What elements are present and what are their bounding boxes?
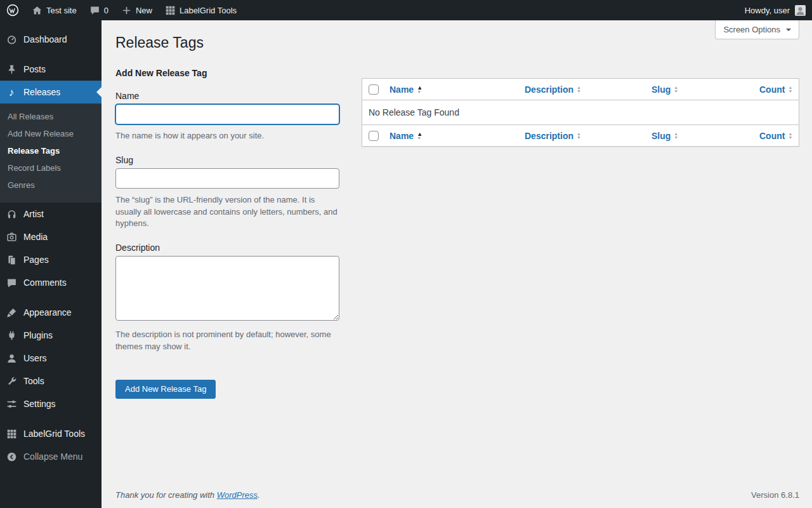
sidebar-item-label: Users	[23, 352, 47, 364]
add-tag-form: Add New Release Tag Name The name is how…	[115, 55, 339, 399]
sidebar-item-releases[interactable]: ♪ Releases	[0, 81, 102, 104]
name-label: Name	[115, 91, 339, 101]
sort-icon: ▲▼	[788, 86, 792, 93]
version-text: Version 6.8.1	[751, 490, 799, 500]
column-label: Description	[525, 84, 573, 95]
submenu-record-labels[interactable]: Record Labels	[0, 159, 102, 177]
comments-link[interactable]: 0	[83, 0, 115, 20]
footer-sort-name-header[interactable]: Name ▲▼	[390, 131, 422, 141]
main-content: Screen Options Release Tags Add New Rele…	[102, 0, 812, 508]
sidebar-item-appearance[interactable]: Appearance	[0, 301, 102, 324]
sidebar-item-label: Dashboard	[23, 34, 67, 45]
empty-message: No Release Tag Found	[362, 100, 799, 124]
release-tags-table: Name ▲▼ Description ▲▼	[362, 78, 799, 147]
sort-asc-icon: ▲▼	[417, 85, 422, 94]
sidebar-item-media[interactable]: Media	[0, 225, 102, 248]
user-icon	[5, 352, 18, 364]
sidebar-item-plugins[interactable]: Plugins	[0, 324, 102, 347]
screen-options-label: Screen Options	[723, 25, 780, 34]
select-all-checkbox[interactable]	[369, 84, 379, 95]
account-menu[interactable]: Howdy, user	[738, 0, 812, 20]
sort-asc-icon: ▲▼	[417, 131, 422, 140]
sidebar-item-comments[interactable]: Comments	[0, 271, 102, 294]
submenu-add-new-release[interactable]: Add New Release	[0, 125, 102, 142]
sort-slug-header[interactable]: Slug ▲▼	[652, 84, 678, 95]
sidebar-item-label: Artist	[23, 208, 44, 220]
footer-sort-slug-header[interactable]: Slug ▲▼	[652, 131, 678, 141]
comments-icon	[5, 276, 18, 289]
sidebar-item-users[interactable]: Users	[0, 347, 102, 370]
chevron-down-icon	[786, 29, 791, 34]
submenu-all-releases[interactable]: All Releases	[0, 108, 102, 125]
submenu-genres[interactable]: Genres	[0, 177, 102, 194]
footer-thanks: Thank you for creating with WordPress.	[115, 490, 260, 500]
column-label: Description	[525, 131, 573, 141]
sidebar-item-label: Appearance	[23, 307, 72, 318]
sort-count-header[interactable]: Count ▲▼	[759, 84, 792, 95]
sort-name-header[interactable]: Name ▲▼	[390, 84, 422, 95]
description-textarea[interactable]	[115, 256, 339, 321]
slug-help-text: The “slug” is the URL-friendly version o…	[115, 194, 339, 231]
sidebar-item-dashboard[interactable]: Dashboard	[0, 28, 102, 51]
sliders-icon	[5, 398, 18, 410]
sort-description-header[interactable]: Description ▲▼	[525, 84, 581, 95]
collapse-arrow-icon	[5, 450, 18, 463]
wordpress-logo-icon	[6, 4, 19, 17]
sidebar-item-posts[interactable]: Posts	[0, 58, 102, 81]
wp-logo-button[interactable]	[0, 0, 25, 20]
avatar	[795, 5, 806, 16]
new-content-label: New	[136, 6, 152, 15]
comments-count: 0	[104, 6, 108, 15]
description-label: Description	[115, 243, 339, 253]
table-header-row: Name ▲▼ Description ▲▼	[362, 79, 799, 100]
name-input[interactable]	[115, 104, 339, 124]
column-label: Count	[759, 84, 785, 95]
sidebar-item-artist[interactable]: Artist	[0, 203, 102, 225]
new-content-link[interactable]: New	[115, 0, 159, 20]
sidebar-item-labelgrid-tools[interactable]: LabelGrid Tools	[0, 422, 102, 445]
screen-options-button[interactable]: Screen Options	[715, 20, 799, 39]
sidebar-item-label: Settings	[23, 398, 56, 410]
sidebar-item-label: Releases	[23, 86, 60, 98]
site-name-link[interactable]: Test site	[25, 0, 83, 20]
footer-sort-description-header[interactable]: Description ▲▼	[525, 131, 581, 141]
sort-icon: ▲▼	[788, 132, 792, 140]
sidebar-item-label: Tools	[23, 375, 44, 387]
thanks-text: Thank you for creating with	[115, 490, 217, 500]
description-help-text: The description is not prominent by defa…	[115, 329, 339, 353]
labelgrid-topbar-label: LabelGrid Tools	[180, 6, 237, 15]
sidebar-item-label: Posts	[23, 64, 46, 75]
footer-sort-count-header[interactable]: Count ▲▼	[759, 131, 792, 141]
plug-icon	[5, 329, 18, 342]
wordpress-link[interactable]: WordPress	[217, 490, 258, 500]
column-label: Name	[390, 131, 414, 141]
grid-icon	[5, 427, 18, 440]
howdy-label: Howdy, user	[745, 6, 790, 15]
sidebar-item-pages[interactable]: Pages	[0, 248, 102, 271]
form-heading: Add New Release Tag	[115, 68, 339, 78]
sidebar-item-settings[interactable]: Settings	[0, 392, 102, 415]
table-footer-row: Name ▲▼ Description ▲▼	[362, 124, 799, 146]
admin-bar: Test site 0 New LabelGrid Tools Howdy, u…	[0, 0, 812, 20]
slug-input[interactable]	[115, 168, 339, 189]
wrench-icon	[5, 375, 18, 387]
pages-icon	[5, 253, 18, 266]
pushpin-icon	[5, 63, 18, 76]
labelgrid-tools-topbar-link[interactable]: LabelGrid Tools	[159, 0, 243, 20]
sidebar-item-label: LabelGrid Tools	[23, 428, 85, 439]
select-all-checkbox-bottom[interactable]	[369, 131, 379, 141]
slug-field-group: Slug The “slug” is the URL-friendly vers…	[115, 155, 339, 231]
submenu-release-tags[interactable]: Release Tags	[0, 142, 102, 159]
name-field-group: Name The name is how it appears on your …	[115, 91, 339, 142]
description-field-group: Description The description is not promi…	[115, 243, 339, 353]
admin-sidebar: Dashboard Posts ♪ Releases All Releases …	[0, 20, 102, 508]
paintbrush-icon	[5, 306, 18, 319]
sidebar-item-tools[interactable]: Tools	[0, 370, 102, 392]
add-new-release-tag-button[interactable]: Add New Release Tag	[115, 380, 216, 399]
page-body: Release Tags Add New Release Tag Name Th…	[102, 20, 812, 399]
thanks-period: .	[258, 490, 260, 500]
headphones-icon	[5, 208, 18, 220]
grid-icon	[165, 5, 176, 16]
admin-bar-right: Howdy, user	[738, 0, 812, 20]
collapse-menu-button[interactable]: Collapse Menu	[0, 445, 102, 468]
